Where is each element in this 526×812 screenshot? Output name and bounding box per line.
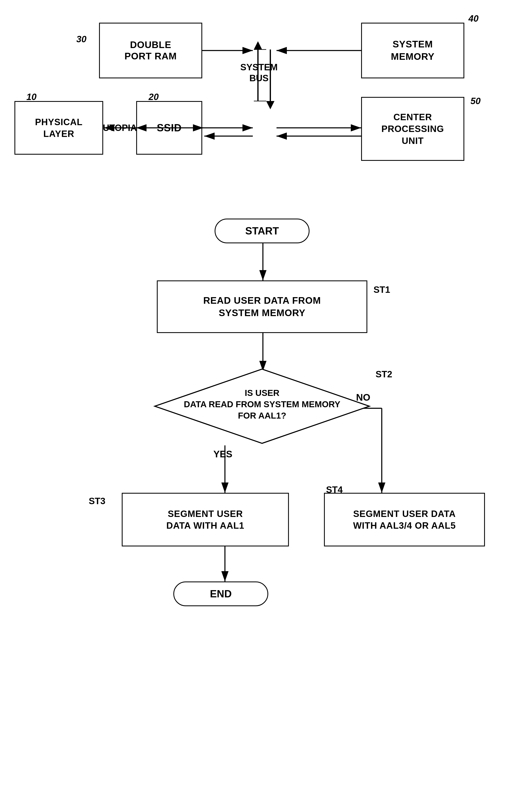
ref-30: 30 [76, 34, 86, 44]
system-memory-box: SYSTEMMEMORY [361, 23, 464, 78]
main-diagram: 40 DOUBLE PORT RAM 30 SYSTEMMEMORY PHYSI… [0, 0, 526, 812]
st2-label: ST2 [375, 369, 392, 379]
st2-diamond-svg: IS USER DATA READ FROM SYSTEM MEMORY FOR… [153, 367, 371, 445]
ref-50: 50 [470, 96, 481, 106]
start-oval: START [215, 219, 310, 243]
system-bus-label: SYSTEMBUS [236, 62, 282, 84]
ref-40: 40 [468, 13, 479, 24]
svg-text:FOR AAL1?: FOR AAL1? [238, 411, 286, 420]
st3-box: SEGMENT USERDATA WITH AAL1 [122, 493, 289, 547]
svg-marker-8 [254, 41, 262, 49]
end-oval: END [173, 581, 268, 606]
svg-text:DATA READ FROM SYSTEM MEMORY: DATA READ FROM SYSTEM MEMORY [184, 400, 340, 409]
st3-label: ST3 [89, 496, 105, 506]
center-processing-unit-box: CENTERPROCESSINGUNIT [361, 97, 464, 161]
physical-layer-box: PHYSICALLAYER [14, 101, 103, 155]
utopia-label: UTOPIA [103, 123, 136, 133]
st1-label: ST1 [373, 285, 390, 295]
st4-label: ST4 [326, 484, 343, 495]
svg-marker-9 [266, 101, 274, 109]
st1-box: READ USER DATA FROMSYSTEM MEMORY [157, 280, 367, 333]
yes-label: YES [207, 448, 239, 460]
ref-20: 20 [148, 92, 159, 102]
st4-box: SEGMENT USER DATAWITH AAL3/4 OR AAL5 [324, 493, 485, 547]
ssid-box: SSID [136, 101, 202, 155]
ref-10: 10 [26, 92, 37, 102]
svg-text:IS USER: IS USER [245, 388, 280, 398]
no-label: NO [351, 392, 375, 403]
double-port-ram-box: DOUBLE PORT RAM [99, 23, 202, 78]
